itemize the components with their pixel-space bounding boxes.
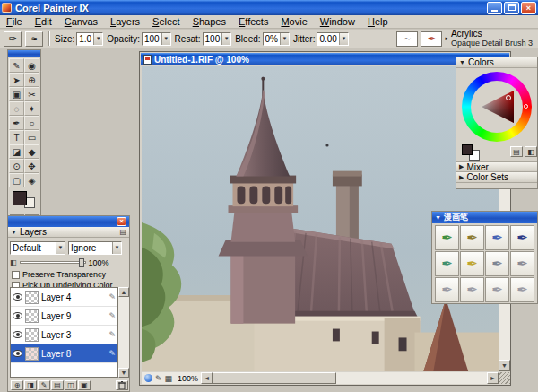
magnifier-tool[interactable]: ⊕ <box>24 73 39 87</box>
spinner-icon[interactable]: ▼ <box>221 33 230 45</box>
visibility-eye-icon[interactable] <box>13 331 22 338</box>
resat-input[interactable]: 100▼ <box>203 32 232 46</box>
scroll-down-icon[interactable]: ▼ <box>499 360 510 371</box>
pen-variant-9[interactable]: ✒ <box>435 277 459 302</box>
composite-method-select[interactable]: Default▼ <box>10 241 65 255</box>
layer-adjuster-tool[interactable]: ➤ <box>9 73 24 87</box>
scroll-right-icon[interactable]: ► <box>487 372 499 384</box>
scroll-up-icon[interactable]: ▲ <box>118 287 129 297</box>
pen-variant-1[interactable]: ✒ <box>435 225 459 250</box>
primary-color-swatch[interactable] <box>13 191 27 205</box>
preserve-transparency-checkbox[interactable] <box>12 271 20 279</box>
text-tool[interactable]: T <box>9 130 24 144</box>
pen-variant-4[interactable]: ✒ <box>510 225 534 250</box>
bleed-input[interactable]: 0%▼ <box>263 32 290 46</box>
layer-options-icon[interactable]: ▣ <box>78 380 91 390</box>
brush-ghost-icon[interactable]: ✑ <box>4 31 22 47</box>
drawer-orb-icon[interactable] <box>144 374 152 382</box>
zoom-tool[interactable]: ⊙ <box>9 159 24 173</box>
close-button[interactable]: × <box>521 2 536 14</box>
pen-variant-3[interactable]: ✒ <box>485 225 509 250</box>
menu-effects[interactable]: Effects <box>232 16 274 27</box>
layers-header[interactable]: ▼ Layers ▤ <box>8 227 129 238</box>
menu-select[interactable]: Select <box>146 16 187 27</box>
layer-row[interactable]: Layer 4 ✎ <box>11 288 117 307</box>
opacity-input[interactable]: 100▼ <box>142 32 171 46</box>
pen-variant-2[interactable]: ✒ <box>460 225 484 250</box>
oval-shape-tool[interactable]: ○ <box>24 116 39 130</box>
close-icon[interactable]: × <box>117 217 126 226</box>
brush-category-icon[interactable]: ✒ <box>421 31 442 47</box>
menu-edit[interactable]: Edit <box>29 16 58 27</box>
scroll-left-icon[interactable]: ◄ <box>201 372 213 384</box>
sv-triangle[interactable] <box>474 84 519 129</box>
spinner-icon[interactable]: ▼ <box>161 33 170 45</box>
dynamic-plugin-icon[interactable]: ✎ <box>38 380 50 390</box>
pen-tool[interactable]: ✒ <box>9 116 24 130</box>
mixer-header[interactable]: ▶ Mixer <box>456 161 537 172</box>
jitter-input[interactable]: 0.00▼ <box>317 32 348 46</box>
swap-colors-icon[interactable]: ◧ <box>525 146 537 157</box>
pen-variant-8[interactable]: ✒ <box>510 251 534 276</box>
lasso-tool[interactable]: ◌ <box>9 101 24 116</box>
layer-opacity-slider[interactable] <box>20 261 86 264</box>
pen-variant-10[interactable]: ✒ <box>460 277 484 302</box>
visibility-eye-icon[interactable] <box>13 312 22 319</box>
brush-variant-label[interactable]: Opaque Detail Brush 3 <box>451 39 533 48</box>
dab-preview-icon[interactable]: ∼ <box>396 31 418 47</box>
magic-wand-tool[interactable]: ✦ <box>24 101 39 116</box>
pen-variant-6[interactable]: ✒ <box>460 251 484 276</box>
pen-variant-12[interactable]: ✒ <box>510 277 534 302</box>
layer-mask-icon[interactable]: ◨ <box>24 380 37 390</box>
zoom-level[interactable]: 100% <box>175 374 201 383</box>
layer-group-icon[interactable]: ▤ <box>51 380 64 390</box>
pen-variant-5[interactable]: ✒ <box>435 251 459 276</box>
dropper-tool[interactable]: ◪ <box>9 144 24 159</box>
maximize-button[interactable] <box>504 2 519 14</box>
menu-window[interactable]: Window <box>314 16 361 27</box>
rect-shape-tool[interactable]: ▭ <box>24 130 39 144</box>
layers-titlebar[interactable]: × <box>8 216 129 227</box>
stroke-preview-icon[interactable]: ≈ <box>25 31 43 47</box>
spinner-icon[interactable]: ▼ <box>280 33 289 45</box>
selection-tool[interactable]: ▢ <box>9 173 24 187</box>
layer-row[interactable]: Layer 3 ✎ <box>11 326 117 344</box>
toolbox-titlebar[interactable] <box>8 50 40 57</box>
new-layer-icon[interactable]: ⊕ <box>11 380 23 390</box>
paint-bucket-tool[interactable]: ◆ <box>24 144 39 159</box>
tracker-pen-icon[interactable]: ✎ <box>155 374 162 383</box>
layer-lock-icon[interactable]: ◫ <box>65 380 77 390</box>
menu-canvas[interactable]: Canvas <box>58 16 104 27</box>
visibility-eye-icon[interactable] <box>13 350 22 357</box>
menu-movie[interactable]: Movie <box>274 16 313 27</box>
window-titlebar[interactable]: Corel Painter IX × <box>0 0 538 15</box>
hue-marker[interactable] <box>524 104 528 109</box>
grid-icon[interactable]: ▦ <box>165 374 173 383</box>
primary-color-swatch[interactable] <box>462 144 473 155</box>
color-sets-header[interactable]: ▶ Color Sets <box>456 172 537 183</box>
brush-tool[interactable]: ✎ <box>9 58 24 73</box>
resize-grip[interactable] <box>499 372 510 384</box>
colors-header[interactable]: ▼ Colors <box>456 57 537 68</box>
dropdown-icon[interactable]: ▼ <box>56 242 65 254</box>
layer-list-scrollbar[interactable]: ▲ ▼ <box>118 287 129 378</box>
minimize-button[interactable] <box>487 2 502 14</box>
grabber-tool[interactable]: ✥ <box>24 159 39 173</box>
brush-category-label[interactable]: Acrylics <box>451 30 533 39</box>
layer-row-selected[interactable]: Layer 8 ✎ <box>11 344 117 363</box>
horizontal-scroll-track[interactable] <box>213 372 487 384</box>
rotate-page-tool[interactable]: ◉ <box>24 58 39 73</box>
spinner-icon[interactable]: ▼ <box>93 33 102 45</box>
palette-menu-icon[interactable]: ▤ <box>119 228 126 236</box>
pen-variant-7[interactable]: ✒ <box>485 251 509 276</box>
scroll-down-icon[interactable]: ▼ <box>118 368 129 378</box>
layer-row[interactable]: Layer 9 ✎ <box>11 307 117 326</box>
color-wheel[interactable] <box>462 72 532 142</box>
visibility-eye-icon[interactable] <box>13 293 22 301</box>
rgb-sliders-icon[interactable]: ▤ <box>510 146 523 157</box>
menu-file[interactable]: File <box>0 16 29 27</box>
spinner-icon[interactable]: ▼ <box>339 33 348 45</box>
scissors-tool[interactable]: ✂ <box>24 87 39 101</box>
composite-depth-select[interactable]: Ignore▼ <box>68 241 122 255</box>
slider-thumb[interactable] <box>79 258 84 267</box>
